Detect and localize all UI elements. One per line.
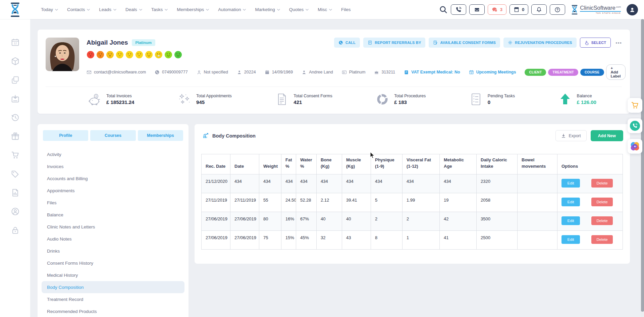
label-chip-client[interactable]: CLIENT: [525, 69, 546, 76]
cell-physique-1-9: 5: [371, 193, 402, 212]
rejuvenation-procedures-button[interactable]: REJUVENATION PROCEDURES: [503, 38, 577, 48]
person-filled-icon: [302, 70, 307, 75]
search-icon[interactable]: [439, 5, 448, 14]
chat-icon: [492, 7, 498, 13]
mood-emoji-5[interactable]: [125, 51, 133, 59]
mood-emoji-6[interactable]: [135, 51, 143, 59]
delete-button-row-3[interactable]: Delete: [591, 216, 613, 225]
nav-item-files[interactable]: Files: [341, 7, 351, 12]
sidebar-item-accounts-and-billing[interactable]: Accounts and Billing: [42, 172, 184, 184]
tags-icon[interactable]: [11, 169, 20, 178]
delete-button-row-4[interactable]: Delete: [591, 235, 613, 244]
mood-emoji-8[interactable]: [155, 51, 163, 59]
sidebar-item-recommended-products[interactable]: Recommended Products: [42, 305, 184, 317]
nav-item-memberships[interactable]: Memberships: [177, 7, 209, 12]
export-button[interactable]: Export: [555, 130, 586, 141]
inbox-button[interactable]: [469, 4, 485, 15]
mood-emoji-2[interactable]: [96, 51, 104, 59]
label-chip-course[interactable]: COURSE: [580, 69, 604, 76]
nav-item-misc[interactable]: Misc: [318, 7, 332, 12]
gift-icon[interactable]: [11, 132, 20, 141]
patient-name: Abigail Jones: [87, 39, 128, 46]
nav-item-contacts[interactable]: Contacts: [67, 7, 90, 12]
brand-logo[interactable]: ClinicSoftware.com TEN STEPS AHEAD: [571, 5, 621, 15]
nav-item-today[interactable]: Today: [41, 7, 58, 12]
mood-emoji-1[interactable]: [87, 51, 95, 59]
patient-card: Abigail Jones Platinum CALLREPORT REFERR…: [38, 30, 630, 114]
nav-item-leads[interactable]: Leads: [99, 7, 116, 12]
tab-memberships[interactable]: Memberships: [138, 130, 183, 141]
cart-icon[interactable]: [11, 151, 20, 160]
sidebar-item-clinic-notes-and-letters[interactable]: Clinic Notes and Letters: [42, 221, 184, 233]
delete-button-row-2[interactable]: Delete: [591, 198, 613, 206]
sidebar-item-body-composition[interactable]: Body Composition: [42, 281, 184, 293]
contact-vat-exempt-medical-no[interactable]: VAT Exempt Medical: No: [404, 70, 460, 75]
nav-item-deals[interactable]: Deals: [125, 7, 142, 12]
nav-item-marketing[interactable]: Marketing: [255, 7, 280, 12]
sidebar-item-activity[interactable]: Activity: [42, 148, 184, 160]
mood-emoji-10[interactable]: [174, 51, 182, 59]
nav-item-quotes[interactable]: Quotes: [289, 7, 309, 12]
app-logo[interactable]: [0, 2, 30, 17]
delete-button-row-1[interactable]: Delete: [591, 179, 613, 188]
mood-emoji-3[interactable]: [106, 51, 114, 59]
archive-in-icon[interactable]: [11, 94, 20, 103]
select-button[interactable]: SELECT: [580, 38, 611, 48]
dialer-button[interactable]: [451, 4, 466, 15]
scrollbar-thumb[interactable]: [641, 19, 644, 312]
body-composition-panel: Body Composition Export Add New Rec. Dat…: [195, 124, 630, 264]
contact-upcoming-meetings[interactable]: 12Upcoming Meetings: [469, 70, 516, 75]
calendar-solid-icon: [265, 70, 270, 75]
sidebar-item-files[interactable]: Files: [42, 197, 184, 209]
calendar-12-icon[interactable]: 12: [11, 38, 20, 47]
lock-icon[interactable]: [11, 226, 20, 235]
copy-icon[interactable]: [11, 75, 20, 85]
tab-profile[interactable]: Profile: [43, 130, 88, 141]
sidebar-item-audio-notes[interactable]: Audio Notes: [42, 233, 184, 245]
sidebar-item-balance[interactable]: Balance: [42, 209, 184, 221]
edit-button-row-1[interactable]: Edit: [561, 179, 580, 188]
sidebar-item-treatment-record[interactable]: Treatment Record: [42, 293, 184, 305]
tab-courses[interactable]: Courses: [90, 130, 136, 141]
history-icon[interactable]: [11, 113, 20, 122]
edit-button-row-2[interactable]: Edit: [561, 198, 580, 206]
add-new-button[interactable]: Add New: [591, 130, 623, 141]
mood-emoji-7[interactable]: [145, 51, 153, 59]
piggy-icon: $: [87, 92, 102, 106]
stat-label: Balance: [577, 94, 596, 98]
ai-icon: AI: [630, 141, 640, 152]
cell-rec-date: 27/06/2019: [202, 231, 230, 250]
nav-item-tasks[interactable]: Tasks: [151, 7, 168, 12]
help-button[interactable]: [550, 4, 565, 15]
labels-group: CLIENTTREATMENTCOURSE+ Add Label: [525, 64, 625, 80]
user-avatar[interactable]: [627, 4, 638, 15]
cell-visceral-fat-1-12: 2: [402, 212, 440, 231]
mood-emoji-4[interactable]: [116, 51, 124, 59]
store-button[interactable]: 0: [509, 4, 528, 15]
add-label-button[interactable]: + Add Label: [606, 64, 626, 80]
ai-widget-button[interactable]: AI: [628, 139, 642, 154]
report-referrals-by-button[interactable]: REPORT REFERRALS BY: [363, 38, 425, 48]
nav-item-automation[interactable]: Automation: [218, 7, 246, 12]
edit-button-row-4[interactable]: Edit: [561, 235, 580, 244]
shop-widget-button[interactable]: [628, 98, 642, 113]
chevron-down-icon: [329, 9, 332, 11]
more-options-button[interactable]: •••: [615, 40, 622, 46]
user-circle-icon[interactable]: [11, 207, 20, 216]
sidebar-item-consent-forms-history[interactable]: Consent Forms History: [42, 257, 184, 269]
notifications-button[interactable]: [531, 4, 547, 15]
chat-button[interactable]: 3: [488, 4, 506, 15]
sidebar-item-medical-history[interactable]: Medical History: [42, 269, 184, 281]
label-chip-treatment[interactable]: TREATMENT: [548, 69, 578, 76]
sidebar-item-drinks[interactable]: Drinks: [42, 245, 184, 257]
call-button[interactable]: CALL: [334, 38, 360, 48]
available-consent-forms-button[interactable]: AVAILABLE CONSENT FORMS: [429, 38, 500, 48]
mood-emoji-9[interactable]: [164, 51, 172, 59]
patient-photo[interactable]: [46, 38, 79, 71]
edit-button-row-3[interactable]: Edit: [561, 216, 580, 225]
cube-icon[interactable]: [11, 57, 20, 66]
report-doc-icon[interactable]: [11, 188, 20, 197]
sidebar-item-invoices[interactable]: Invoices: [42, 160, 184, 172]
sidebar-item-appointments[interactable]: Appointments: [42, 184, 184, 197]
call-widget-button[interactable]: [628, 118, 642, 133]
